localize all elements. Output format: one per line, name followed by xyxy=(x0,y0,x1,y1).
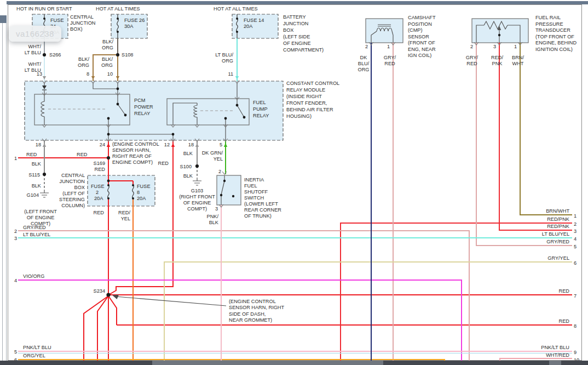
wire-label: RED xyxy=(559,318,570,324)
row-number: 8 xyxy=(574,323,577,329)
inertia-label: REAR CORNER xyxy=(244,207,281,213)
note-text: SIDE OF DASH, xyxy=(229,311,266,317)
wire-label: RED xyxy=(559,288,570,294)
row-number: 4 xyxy=(14,278,17,283)
note-text: (ENGINE CONTROL xyxy=(112,141,159,147)
frpt-label: PRESSURE xyxy=(535,21,563,27)
wire-label: ORG xyxy=(78,62,89,68)
wire-label: LT BLU/YEL xyxy=(23,232,50,237)
note-text: NEAR GROMMET) xyxy=(229,317,272,323)
fuse-label: FUSE 26 xyxy=(124,18,145,23)
cjb-top-label: CENTRAL xyxy=(70,14,94,20)
ground-note: (LEFT FRONT xyxy=(24,209,57,214)
pin-number: 5 xyxy=(220,142,222,147)
row-number: 7 xyxy=(574,293,577,299)
wire-label: BLK xyxy=(183,173,193,179)
inertia-label: (LOWER LEFT xyxy=(244,201,278,207)
ccrm-label: (INSIDE RIGHT xyxy=(286,94,322,99)
cjb-lower-label: (LEFT OF xyxy=(62,191,85,196)
splice-label: S108 xyxy=(122,52,133,58)
ccrm-label: FRONT FENDER, xyxy=(286,100,327,106)
cjb-lower-label: STEERING xyxy=(59,197,85,202)
wire-label: RED/PNK xyxy=(547,224,570,229)
bjb-label: BOX xyxy=(283,27,293,33)
splice-label: S169 xyxy=(94,161,105,166)
relay-label: FUEL xyxy=(253,100,266,105)
wire-label: DK xyxy=(360,55,368,60)
row-number: 1 xyxy=(14,156,17,161)
frpt-label: TRANSDUCER xyxy=(535,27,570,33)
ccrm-label: HOUSING) xyxy=(286,113,312,119)
horizontal-scrollbar-thumb[interactable] xyxy=(152,361,383,365)
splice-label: S234 xyxy=(94,288,105,294)
wire-label: RED xyxy=(466,61,477,66)
frpt-label: IGNITION COIL) xyxy=(535,47,573,52)
cmp-label: POSITION xyxy=(408,21,432,27)
cmp-label: (FRONT OF xyxy=(408,40,435,45)
ground-label: G103 xyxy=(191,188,203,193)
pin-number: 3 xyxy=(493,44,496,49)
wiring-diagram-canvas: HOT IN RUN OR START HOT AT ALL TIMES HOT… xyxy=(0,0,588,365)
ccrm-label: CONSTANT CONTROL xyxy=(286,81,339,86)
wire-label: ORG xyxy=(102,45,113,50)
fuse-label: 20A xyxy=(137,196,146,201)
wire-label: WHT/RED xyxy=(546,352,569,358)
fuse-label: FUSE xyxy=(50,18,64,23)
wire-label: VIO/ORG xyxy=(23,273,44,279)
cjb-lower-label: CENTRAL xyxy=(61,173,85,178)
left-edge-handle[interactable] xyxy=(0,15,7,23)
splice-label: S100 xyxy=(180,164,192,169)
wire-label: ORG xyxy=(358,67,370,72)
wire-label: BLK xyxy=(32,183,42,189)
note-text: (ENGINE CONTROL xyxy=(229,299,276,304)
ground-note: OF ENGINE xyxy=(27,215,55,220)
wire-label: YEL xyxy=(214,156,223,162)
wire-label: ORG xyxy=(222,58,233,64)
row-number: 2 xyxy=(574,221,577,227)
cjb-lower-label: COLUMN) xyxy=(61,203,85,208)
frpt-label: (TOP FRONT OF xyxy=(535,34,574,39)
ground-note: COMPT) xyxy=(187,206,207,212)
ground-note: OF ENGINE xyxy=(183,200,211,206)
wire-label: BLK xyxy=(209,220,219,225)
inertia-label: SHUTOFF xyxy=(244,189,268,195)
fuse-label: 20A xyxy=(244,24,253,29)
wire-label: YEL xyxy=(121,216,130,221)
pin-number: 24 xyxy=(100,142,105,147)
wire-label: RED xyxy=(158,161,169,166)
row-number: 3 xyxy=(14,236,17,241)
left-edge-rail xyxy=(2,23,7,361)
fuse-label: 30A xyxy=(124,24,134,29)
wire-label: WHT/ xyxy=(28,44,42,49)
bjb-label: JUNCTION xyxy=(283,21,308,26)
window-top-strip xyxy=(7,1,588,4)
bjb-label: COMPARTMENT) xyxy=(283,47,324,53)
relay-label: PUMP xyxy=(253,106,268,112)
scrollbar-segment[interactable] xyxy=(549,361,561,365)
wire-label: DK GRN/ xyxy=(202,150,223,156)
wire-label: GRY/RED xyxy=(546,239,569,244)
rail-label: HOT AT ALL TIMES xyxy=(214,6,258,12)
wire-label: PNK/LT BLU xyxy=(541,345,569,350)
cjb-lower-label: JUNCTION xyxy=(60,179,85,184)
relay-label: PCM xyxy=(134,98,145,103)
wire-label: BLK/ xyxy=(102,39,113,44)
horizontal-scrollbar-track[interactable] xyxy=(0,361,588,365)
relay-label: RELAY xyxy=(134,111,150,116)
fuse-label: 8 xyxy=(137,190,140,195)
wire-label: RED xyxy=(77,152,88,157)
note-text: SENSOR HARN, xyxy=(112,147,151,153)
note-text: SENSOR HARN, RIGHT xyxy=(229,305,284,310)
fuse-label: FUSE 14 xyxy=(244,18,264,23)
row-number: 4 xyxy=(574,236,577,242)
pcm-power-relay-box xyxy=(34,94,130,125)
relay-label: RELAY xyxy=(253,113,269,118)
wire-label: RED xyxy=(94,210,105,215)
pin-number: 2 xyxy=(470,44,473,49)
wire-label: BLK/ xyxy=(102,56,113,62)
ground-note: (RIGHT FRONT xyxy=(179,194,215,199)
cmp-label: (CMP) xyxy=(408,27,423,33)
row-number: 1 xyxy=(574,213,577,219)
row-number: 5 xyxy=(14,349,17,355)
fuse-label: 20A xyxy=(94,196,103,201)
